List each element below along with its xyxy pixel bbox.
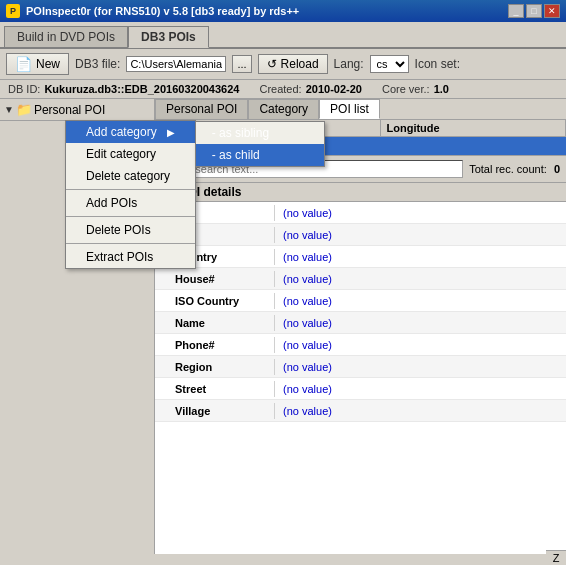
ctx-extract-pois[interactable]: Extract POIs: [66, 246, 195, 268]
poi-field-value: (no value): [275, 359, 340, 375]
poi-field-value: (no value): [275, 271, 340, 287]
poi-row[interactable]: Region(no value): [155, 356, 566, 378]
title-bar: P POInspect0r (for RNS510) v 5.8 [db3 re…: [0, 0, 566, 22]
poi-row[interactable]: ISO Country(no value): [155, 290, 566, 312]
poi-field-value: (no value): [275, 227, 340, 243]
db-id-value: Kukuruza.db3::EDB_20160320043624: [44, 83, 239, 95]
poi-field-name: Region: [155, 359, 275, 375]
db-id-label: DB ID:: [8, 83, 40, 95]
new-button-label: New: [36, 57, 60, 71]
app-icon: P: [6, 4, 20, 18]
context-menu: Add category ▶ - as sibling - as child E…: [65, 120, 196, 269]
right-panel: Personal POI Category POI list # Latitud…: [155, 99, 566, 554]
tree-node-personal[interactable]: Personal POI: [34, 103, 105, 117]
core-label: Core ver.:: [382, 83, 430, 95]
lang-select[interactable]: cs en de: [370, 55, 409, 73]
poi-row[interactable]: City(no value): [155, 224, 566, 246]
submenu-arrow: ▶: [167, 127, 175, 138]
rec-count-label: Total rec. count:: [469, 163, 547, 175]
tab-build-dvd[interactable]: Build in DVD POIs: [4, 26, 128, 47]
poi-field-value: (no value): [275, 293, 340, 309]
ctx-sep-2: [66, 216, 195, 217]
poi-row[interactable]: House#(no value): [155, 268, 566, 290]
main-tab-bar: Build in DVD POIs DB3 POIs: [0, 22, 566, 49]
inner-tab-poi-list[interactable]: POI list: [319, 99, 380, 119]
core-value: 1.0: [434, 83, 449, 95]
ctx-edit-category[interactable]: Edit category: [66, 143, 195, 165]
poi-details-panel: − POI details _ID(no value)City(no value…: [155, 182, 566, 554]
poi-rows-container: _ID(no value)City(no value)Country(no va…: [155, 202, 566, 422]
rec-count-value: 0: [554, 163, 560, 175]
ctx-sep-1: [66, 189, 195, 190]
col-header-longitude: Longitude: [381, 120, 567, 136]
tree-folder-icon: 📁: [16, 102, 32, 117]
window-controls[interactable]: _ □ ✕: [508, 4, 560, 18]
poi-field-name: Name: [155, 315, 275, 331]
poi-row[interactable]: Village(no value): [155, 400, 566, 422]
poi-field-name: House#: [155, 271, 275, 287]
poi-field-name: Street: [155, 381, 275, 397]
status-text: Z: [553, 552, 560, 564]
poi-details-header: − POI details: [155, 183, 566, 202]
ctx-add-pois[interactable]: Add POIs: [66, 192, 195, 214]
poi-field-value: (no value): [275, 249, 340, 265]
toolbar: 📄 New DB3 file: ... ↺ Reload Lang: cs en…: [0, 49, 566, 80]
poi-row[interactable]: Country(no value): [155, 246, 566, 268]
new-button[interactable]: 📄 New: [6, 53, 69, 75]
ctx-add-category-label: Add category: [86, 125, 157, 139]
close-button[interactable]: ✕: [544, 4, 560, 18]
reload-icon: ↺: [267, 57, 277, 71]
poi-row[interactable]: _ID(no value): [155, 202, 566, 224]
submenu-as-child[interactable]: - as child: [196, 144, 324, 166]
lang-label: Lang:: [334, 57, 364, 71]
browse-button[interactable]: ...: [232, 55, 251, 73]
status-bar: Z: [546, 550, 566, 565]
inner-tab-bar: Personal POI Category POI list: [155, 99, 566, 120]
tab-db3-pois[interactable]: DB3 POIs: [128, 26, 209, 48]
inner-tab-category[interactable]: Category: [248, 99, 319, 119]
ctx-delete-pois[interactable]: Delete POIs: [66, 219, 195, 241]
minimize-button[interactable]: _: [508, 4, 524, 18]
ctx-add-category[interactable]: Add category ▶ - as sibling - as child: [66, 121, 195, 143]
icon-set-label: Icon set:: [415, 57, 460, 71]
poi-field-value: (no value): [275, 205, 340, 221]
inner-tab-personal[interactable]: Personal POI: [155, 99, 248, 119]
poi-field-value: (no value): [275, 403, 340, 419]
poi-row[interactable]: Street(no value): [155, 378, 566, 400]
poi-field-name: Village: [155, 403, 275, 419]
db-file-label: DB3 file:: [75, 57, 120, 71]
ctx-sep-3: [66, 243, 195, 244]
ctx-delete-category[interactable]: Delete category: [66, 165, 195, 187]
title-bar-text: POInspect0r (for RNS510) v 5.8 [db3 read…: [26, 5, 502, 17]
total-rec-label: Total rec. count: 0: [469, 163, 560, 175]
tree-expand-icon: ▼: [4, 104, 14, 115]
db-file-input[interactable]: [126, 56, 226, 72]
submenu-as-sibling[interactable]: - as sibling: [196, 122, 324, 144]
poi-field-name: Phone#: [155, 337, 275, 353]
reload-button[interactable]: ↺ Reload: [258, 54, 328, 74]
poi-row[interactable]: Phone#(no value): [155, 334, 566, 356]
poi-field-value: (no value): [275, 337, 340, 353]
maximize-button[interactable]: □: [526, 4, 542, 18]
new-icon: 📄: [15, 56, 32, 72]
poi-field-name: ISO Country: [155, 293, 275, 309]
reload-button-label: Reload: [281, 57, 319, 71]
poi-field-value: (no value): [275, 315, 340, 331]
created-value: 2010-02-20: [306, 83, 362, 95]
created-label: Created:: [259, 83, 301, 95]
submenu-add-category: - as sibling - as child: [195, 121, 325, 167]
poi-row[interactable]: Name(no value): [155, 312, 566, 334]
poi-field-value: (no value): [275, 381, 340, 397]
db-info-bar: DB ID: Kukuruza.db3::EDB_20160320043624 …: [0, 80, 566, 99]
